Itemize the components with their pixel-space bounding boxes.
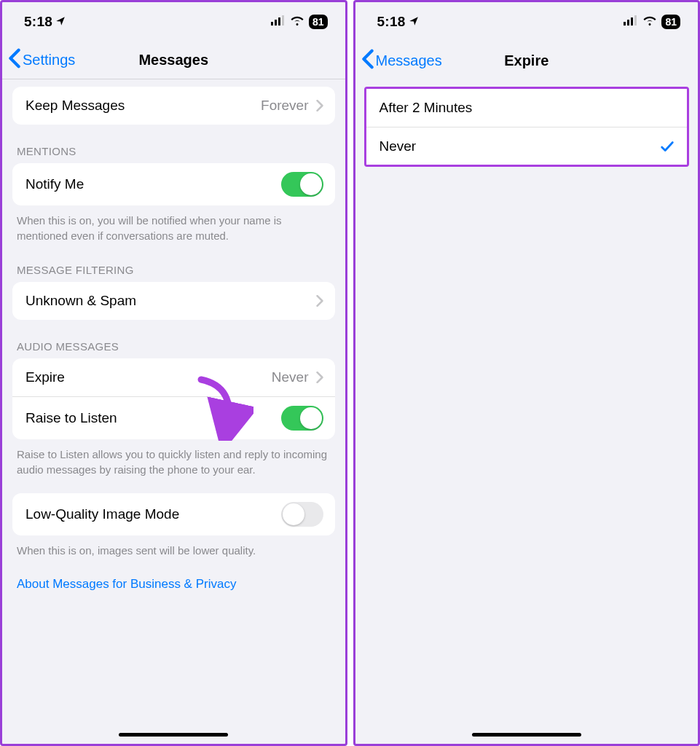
expire-screen: 5:18 81 Messages Expire [353,0,701,746]
option-after-2-minutes[interactable]: After 2 Minutes [366,89,688,127]
chevron-right-icon [316,295,323,307]
expire-label: Expire [25,369,65,385]
nav-title: Expire [504,52,548,69]
nav-bar: Settings Messages [2,42,345,79]
keep-messages-row[interactable]: Keep Messages Forever [12,87,335,125]
mentions-header: MENTIONS [2,125,345,163]
checkmark-icon [659,138,675,154]
unknown-spam-label: Unknown & Spam [25,293,136,309]
about-business-privacy-link[interactable]: About Messages for Business & Privacy [2,558,345,592]
status-right: 81 [624,15,680,29]
status-right: 81 [271,15,328,29]
option-never[interactable]: Never [366,127,688,165]
status-time: 5:18 [377,14,419,30]
time-text: 5:18 [24,14,52,30]
mentions-footer: When this is on, you will be notified wh… [2,205,345,243]
svg-rect-1 [275,20,277,25]
location-icon [409,14,419,30]
low-quality-footer: When this is on, images sent will be low… [2,535,345,558]
chevron-left-icon [361,49,374,73]
chevron-right-icon [316,100,323,111]
filtering-header: MESSAGE FILTERING [2,243,345,282]
notify-me-row[interactable]: Notify Me [12,163,335,205]
chevron-right-icon [316,372,323,383]
audio-header: AUDIO MESSAGES [2,320,345,358]
audio-footer: Raise to Listen allows you to quickly li… [2,439,345,477]
option-label: Never [380,138,417,154]
back-button[interactable]: Settings [2,48,75,72]
chevron-left-icon [8,48,21,72]
low-quality-label: Low-Quality Image Mode [25,506,179,522]
expire-value: Never [272,369,309,385]
raise-to-listen-row[interactable]: Raise to Listen [12,396,335,439]
time-text: 5:18 [377,14,406,30]
option-label: After 2 Minutes [380,100,473,116]
battery-level: 81 [661,15,680,29]
svg-rect-5 [627,20,629,25]
status-time: 5:18 [24,14,66,30]
low-quality-block: Low-Quality Image Mode [12,493,335,535]
svg-rect-7 [634,15,637,25]
home-indicator[interactable] [119,733,228,737]
content: Keep Messages Forever MENTIONS Notify Me… [2,87,345,606]
keep-messages-label: Keep Messages [25,98,125,114]
home-indicator[interactable] [472,733,581,737]
notify-me-toggle[interactable] [281,172,323,197]
notify-me-label: Notify Me [25,176,84,192]
cellular-icon [271,15,286,28]
status-bar: 5:18 81 [2,2,345,42]
highlight-box: After 2 Minutes Never [364,87,690,167]
keep-messages-value: Forever [261,98,308,114]
svg-rect-4 [624,22,626,25]
unknown-spam-row[interactable]: Unknown & Spam [12,282,335,320]
mentions-block: Notify Me [12,163,335,205]
nav-bar: Messages Expire [355,42,699,79]
location-icon [55,14,66,30]
raise-to-listen-label: Raise to Listen [25,410,117,426]
content: After 2 Minutes Never [355,87,699,181]
low-quality-toggle[interactable] [281,502,323,527]
svg-rect-0 [271,22,273,25]
back-label: Settings [23,52,75,68]
status-bar: 5:18 81 [355,2,699,42]
back-label: Messages [376,52,442,69]
messages-settings-screen: 5:18 81 Settings Messages Keep M [0,0,347,746]
battery-level: 81 [309,15,328,29]
nav-title: Messages [138,52,208,68]
keep-messages-block: Keep Messages Forever [12,87,335,125]
expire-options-block: After 2 Minutes Never [366,89,688,165]
wifi-icon [290,15,304,28]
filtering-block: Unknown & Spam [12,282,335,320]
svg-rect-3 [282,15,284,25]
back-button[interactable]: Messages [355,49,442,73]
raise-to-listen-toggle[interactable] [281,406,323,431]
low-quality-row[interactable]: Low-Quality Image Mode [12,493,335,535]
cellular-icon [624,15,638,28]
svg-rect-6 [631,17,633,25]
wifi-icon [642,15,657,28]
expire-row[interactable]: Expire Never [12,358,335,396]
audio-block: Expire Never Raise to Listen [12,358,335,439]
svg-rect-2 [278,17,280,25]
